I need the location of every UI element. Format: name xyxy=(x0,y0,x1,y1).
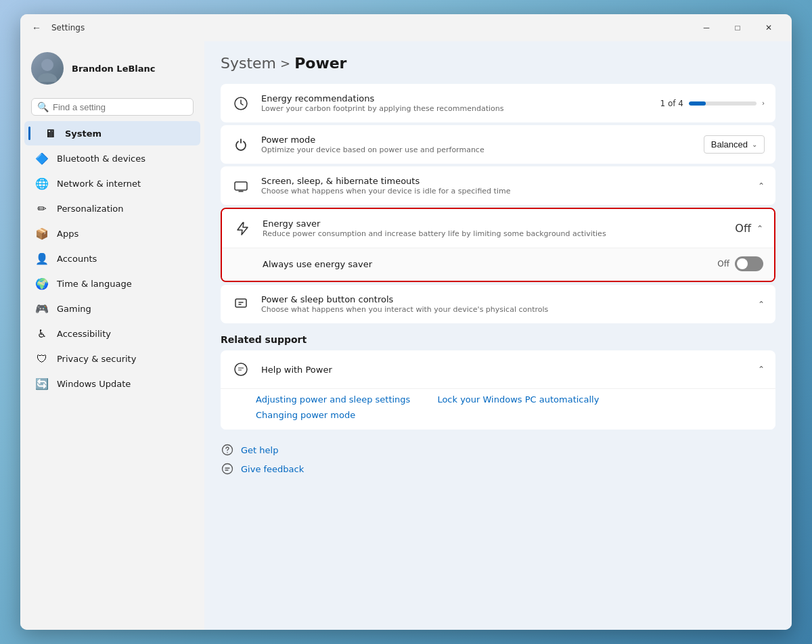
power-sleep-button-action[interactable]: ⌃ xyxy=(758,300,765,309)
help-link-grid: Adjusting power and sleep settings Lock … xyxy=(256,394,765,405)
energy-saver-action[interactable]: Off ⌃ xyxy=(735,222,763,235)
avatar xyxy=(31,52,64,85)
sidebar-item-privacy[interactable]: 🛡 Privacy & security xyxy=(24,346,200,371)
sidebar-item-label: Bluetooth & devices xyxy=(57,154,145,164)
svg-point-8 xyxy=(235,363,247,375)
user-profile: Brandon LeBlanc xyxy=(20,47,204,95)
give-feedback-label: Give feedback xyxy=(241,464,304,474)
breadcrumb-separator: > xyxy=(280,56,290,70)
help-power-action[interactable]: ⌃ xyxy=(758,365,765,374)
sidebar-item-time[interactable]: 🌍 Time & language xyxy=(24,271,200,296)
sidebar-item-update[interactable]: 🔄 Windows Update xyxy=(24,371,200,396)
sidebar-item-accounts[interactable]: 👤 Accounts xyxy=(24,246,200,271)
screen-sleep-title: Screen, sleep, & hibernate timeouts xyxy=(261,176,747,186)
power-sleep-button-title: Power & sleep button controls xyxy=(261,294,747,304)
power-sleep-button-subtitle: Choose what happens when you interact wi… xyxy=(261,305,747,314)
breadcrumb: System > Power xyxy=(221,55,775,72)
power-mode-title: Power mode xyxy=(261,135,693,145)
sidebar-item-label: Accounts xyxy=(57,254,97,264)
energy-recommendations-card[interactable]: Energy recommendations Lower your carbon… xyxy=(221,84,775,122)
breadcrumb-parent[interactable]: System xyxy=(221,55,276,72)
update-icon: 🔄 xyxy=(35,377,49,390)
sidebar-item-label: Accessibility xyxy=(57,329,111,339)
sidebar-item-label: Personalization xyxy=(57,204,124,214)
energy-saver-text: Energy saver Reduce power consumption an… xyxy=(263,218,724,238)
get-help-row[interactable]: Get help xyxy=(221,443,775,457)
power-sleep-button-text: Power & sleep button controls Choose wha… xyxy=(261,294,747,314)
always-energy-row: Always use energy saver Off xyxy=(263,256,763,271)
sidebar-item-apps[interactable]: 📦 Apps xyxy=(24,221,200,246)
power-sleep-chevron-icon: ⌃ xyxy=(758,300,765,309)
power-mode-row[interactable]: Power mode Optimize your device based on… xyxy=(221,125,775,164)
bluetooth-icon: 🔷 xyxy=(35,152,49,165)
screen-sleep-icon xyxy=(231,177,250,196)
title-bar-left: ← Settings xyxy=(28,20,85,36)
svg-rect-3 xyxy=(235,182,247,190)
sidebar-item-label: Time & language xyxy=(57,279,132,289)
apps-icon: 📦 xyxy=(35,227,49,240)
sidebar-item-bluetooth[interactable]: 🔷 Bluetooth & devices xyxy=(24,146,200,170)
gaming-icon: 🎮 xyxy=(35,302,49,315)
minimize-button[interactable]: ─ xyxy=(692,18,721,38)
screen-sleep-action[interactable]: ⌃ xyxy=(758,181,765,191)
sidebar-item-label: Network & internet xyxy=(57,179,141,189)
sidebar-item-system[interactable]: 🖥 System xyxy=(24,121,200,145)
help-power-title: Help with Power xyxy=(261,365,747,375)
energy-saver-section: Energy saver Reduce power consumption an… xyxy=(221,208,775,282)
accessibility-icon: ♿ xyxy=(35,327,49,340)
energy-saver-header[interactable]: Energy saver Reduce power consumption an… xyxy=(222,209,774,248)
screen-sleep-subtitle: Choose what happens when your device is … xyxy=(261,187,747,196)
sidebar-item-label: Windows Update xyxy=(57,379,131,389)
time-icon: 🌍 xyxy=(35,277,49,290)
energy-recommendations-row[interactable]: Energy recommendations Lower your carbon… xyxy=(221,84,775,122)
help-link-changing[interactable]: Changing power mode xyxy=(256,410,765,420)
energy-saver-status: Off xyxy=(735,222,751,235)
power-mode-text: Power mode Optimize your device based on… xyxy=(261,135,693,154)
active-indicator xyxy=(28,127,30,140)
always-energy-toggle[interactable] xyxy=(735,256,763,271)
sidebar-item-gaming[interactable]: 🎮 Gaming xyxy=(24,296,200,321)
personalization-icon: ✏️ xyxy=(35,202,49,215)
energy-saver-chevron-icon[interactable]: ⌃ xyxy=(757,224,763,233)
power-mode-action[interactable]: Balanced ⌄ xyxy=(704,135,765,154)
give-feedback-row[interactable]: Give feedback xyxy=(221,462,775,476)
power-mode-value: Balanced xyxy=(711,139,748,150)
search-box[interactable]: 🔍 xyxy=(31,98,194,116)
get-help-icon xyxy=(221,443,234,457)
svg-point-0 xyxy=(41,59,53,71)
title-bar: ← Settings ─ □ ✕ xyxy=(20,14,792,41)
help-link-adjusting[interactable]: Adjusting power and sleep settings xyxy=(256,394,410,405)
progress-text: 1 of 4 xyxy=(660,99,683,108)
maximize-button[interactable]: □ xyxy=(723,18,752,38)
back-button[interactable]: ← xyxy=(28,20,45,36)
search-icon: 🔍 xyxy=(37,101,49,112)
progress-bar xyxy=(689,101,757,106)
power-mode-icon xyxy=(231,135,250,154)
sidebar-item-accessibility[interactable]: ♿ Accessibility xyxy=(24,321,200,346)
search-input[interactable] xyxy=(53,102,187,112)
user-name: Brandon LeBlanc xyxy=(72,64,156,74)
energy-saver-icon xyxy=(233,219,252,238)
help-link-lock[interactable]: Lock your Windows PC automatically xyxy=(437,394,599,405)
chevron-right-icon: › xyxy=(762,99,765,107)
sidebar-item-label: Apps xyxy=(57,229,78,239)
help-power-text: Help with Power xyxy=(261,365,747,375)
give-feedback-icon xyxy=(221,462,234,476)
power-mode-card: Power mode Optimize your device based on… xyxy=(221,125,775,164)
always-energy-label: Always use energy saver xyxy=(263,259,372,269)
power-mode-dropdown[interactable]: Balanced ⌄ xyxy=(704,135,765,154)
close-button[interactable]: ✕ xyxy=(754,18,784,38)
help-power-header[interactable]: Help with Power ⌃ xyxy=(221,350,775,389)
screen-sleep-card: Screen, sleep, & hibernate timeouts Choo… xyxy=(221,166,775,205)
screen-sleep-row[interactable]: Screen, sleep, & hibernate timeouts Choo… xyxy=(221,166,775,205)
power-sleep-button-row[interactable]: Power & sleep button controls Choose wha… xyxy=(221,285,775,323)
settings-window: ← Settings ─ □ ✕ Brandon LeBlanc xyxy=(20,14,792,630)
main-content: System > Power Energy recommendations Lo xyxy=(204,41,792,630)
power-sleep-button-card: Power & sleep button controls Choose wha… xyxy=(221,285,775,323)
network-icon: 🌐 xyxy=(35,177,49,190)
toggle-container[interactable]: Off xyxy=(717,256,763,271)
help-power-icon xyxy=(231,360,250,379)
dropdown-chevron-icon: ⌄ xyxy=(752,141,757,148)
sidebar-item-network[interactable]: 🌐 Network & internet xyxy=(24,171,200,196)
sidebar-item-personalization[interactable]: ✏️ Personalization xyxy=(24,196,200,221)
